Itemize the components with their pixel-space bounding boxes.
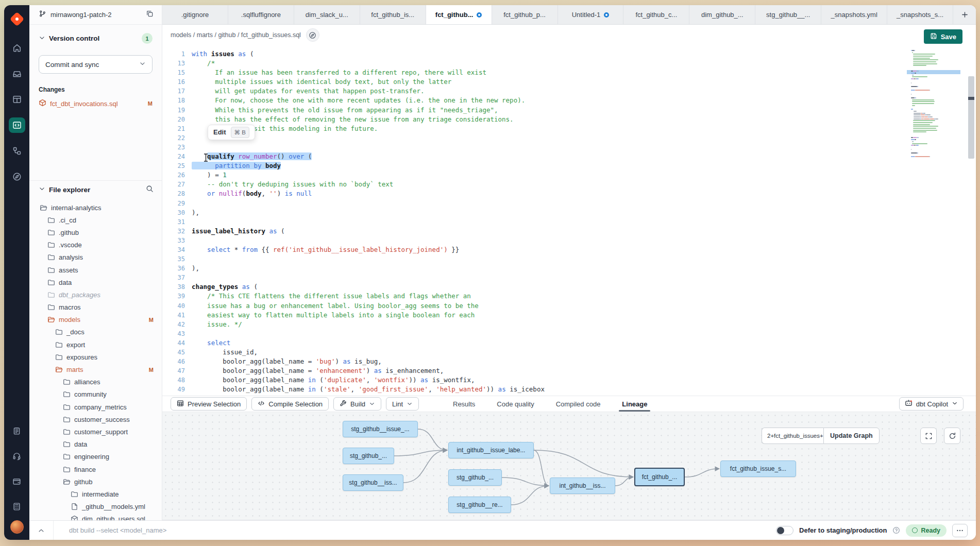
user-avatar[interactable]: [10, 520, 24, 534]
editor-tab-_snapshots_s...[interactable]: _snapshots_s...: [887, 5, 953, 24]
tree-item-data[interactable]: data: [29, 276, 162, 288]
tree-item-customer_support[interactable]: customer_support: [29, 425, 162, 438]
code-line-38[interactable]: 38change_types as (: [162, 282, 899, 292]
code-line-27[interactable]: 27 -- don't try deduping issues with no …: [162, 180, 899, 189]
tree-item-company_metrics[interactable]: company_metrics: [29, 401, 162, 413]
code-line-29[interactable]: 29: [162, 199, 899, 208]
code-line-43[interactable]: 43: [162, 329, 899, 338]
copy-branch-icon[interactable]: [146, 10, 154, 20]
minimap[interactable]: [911, 49, 958, 160]
refresh-icon[interactable]: [944, 428, 960, 444]
tab-compiled-code[interactable]: Compiled code: [556, 396, 601, 412]
tree-item-exposures[interactable]: exposures: [29, 351, 162, 363]
version-control-header[interactable]: Version control 1: [39, 33, 153, 44]
file-explorer-header[interactable]: File explorer: [29, 181, 162, 198]
fork-icon[interactable]: [9, 143, 25, 159]
compile-selection-button[interactable]: Compile Selection: [251, 397, 329, 411]
code-line-46[interactable]: 46 boolor_agg(label_name = 'bug') as is_…: [162, 357, 899, 366]
tree-item-.vscode[interactable]: .vscode: [29, 239, 162, 251]
tree-item-_github__models.yml[interactable]: _github__models.yml: [29, 501, 162, 513]
editor-tab-dim_github_...[interactable]: dim_github_...: [689, 5, 755, 24]
code-line-19[interactable]: 19 While this prevents the old issue fro…: [162, 106, 899, 115]
tree-item-intermediate[interactable]: intermediate: [29, 488, 162, 500]
headset-icon[interactable]: [9, 448, 25, 464]
code-line-49[interactable]: 49 boolor_agg(label_name in ('stale', 'g…: [162, 385, 899, 394]
lineage-node-fct_github_[interactable]: fct_github_...: [634, 468, 685, 486]
lineage-node-stg_github__re[interactable]: stg_github__re...: [448, 497, 511, 513]
code-line-30[interactable]: 30),: [162, 208, 899, 217]
tree-item-internal-analytics[interactable]: internal-analytics: [29, 201, 162, 214]
new-tab-button[interactable]: [953, 5, 976, 24]
code-line-47[interactable]: 47 boolor_agg(label_name = 'enhancement'…: [162, 366, 899, 376]
save-button[interactable]: Save: [924, 29, 962, 44]
tree-item-finance[interactable]: finance: [29, 463, 162, 475]
tree-item-customer_success[interactable]: customer_success: [29, 413, 162, 425]
lineage-selector-input[interactable]: 2+fct_github_issues+2: [762, 428, 823, 444]
tree-item-data[interactable]: data: [29, 438, 162, 451]
editor-tab-fct_github_is...[interactable]: fct_github_is...: [360, 5, 426, 24]
code-lines[interactable]: 1with issues as (13 /*15 If an issue has…: [162, 49, 899, 396]
tree-item-export[interactable]: export: [29, 338, 162, 351]
changed-file-row[interactable]: fct_dbt_invocations.sql M: [39, 98, 153, 109]
code-line-24[interactable]: 24 qualify row_number() over (: [162, 152, 899, 161]
code-line-16[interactable]: 16 multiple issues with identical body t…: [162, 77, 899, 87]
code-line-40[interactable]: 40 issue has a bug or enhancement label.…: [162, 301, 899, 311]
code-line-44[interactable]: 44 select: [162, 338, 899, 348]
update-graph-button[interactable]: Update Graph: [823, 428, 880, 444]
help-circle-icon[interactable]: [892, 526, 900, 534]
commit-and-sync-dropdown[interactable]: Commit and sync: [39, 55, 153, 74]
editor-tab-.gitignore[interactable]: .gitignore: [162, 5, 228, 24]
defer-toggle[interactable]: [776, 526, 793, 535]
code-line-36[interactable]: 36),: [162, 264, 899, 273]
editor-scrollbar[interactable]: [968, 45, 974, 396]
edit-popup[interactable]: Edit ⌘ B: [208, 125, 255, 140]
tree-item-assets[interactable]: assets: [29, 264, 162, 276]
code-line-32[interactable]: 32issue_label_history as (: [162, 227, 899, 236]
branch-header[interactable]: mirnawong1-patch-2: [29, 5, 162, 25]
tab-lineage[interactable]: Lineage: [622, 396, 647, 412]
code-line-17[interactable]: 17 will get updates for events that happ…: [162, 87, 899, 96]
editor-tab-.sqlfluffignore[interactable]: .sqlfluffignore: [228, 5, 294, 24]
calculator-icon[interactable]: [9, 499, 25, 514]
code-line-21[interactable]: 21 Let's revisit this modeling in the fu…: [162, 124, 899, 133]
tab-code-quality[interactable]: Code quality: [497, 396, 534, 412]
search-icon[interactable]: [146, 185, 154, 195]
code-line-1[interactable]: 1with issues as (: [162, 49, 899, 59]
tree-item-analysis[interactable]: analysis: [29, 251, 162, 264]
editor-tab-fct_github_c...[interactable]: fct_github_c...: [623, 5, 689, 24]
code-line-26[interactable]: 26 ) = 1: [162, 170, 899, 180]
code-line-35[interactable]: 35: [162, 254, 899, 264]
scrollbar-thumb[interactable]: [968, 76, 974, 159]
wallet-icon[interactable]: [9, 473, 25, 489]
lineage-node-stg_github__iss[interactable]: stg_github__iss...: [343, 474, 403, 491]
lineage-node-int_github__issue_labe[interactable]: int_github__issue_labe...: [448, 442, 534, 458]
tree-item-dbt_packages[interactable]: dbt_packages: [29, 288, 162, 301]
tree-item-macros[interactable]: macros: [29, 301, 162, 314]
code-line-45[interactable]: 45 issue_id,: [162, 348, 899, 357]
more-options-button[interactable]: [952, 524, 968, 537]
code-line-18[interactable]: 18 For now, choose the one with more rec…: [162, 96, 899, 105]
tree-item-github[interactable]: github: [29, 475, 162, 488]
editor-tab-fct_github_p...[interactable]: fct_github_p...: [492, 5, 558, 24]
open-docs-compass-icon[interactable]: [306, 28, 319, 42]
code-line-33[interactable]: 33: [162, 236, 899, 245]
tree-item-alliances[interactable]: alliances: [29, 376, 162, 388]
code-line-34[interactable]: 34 select * from {{ ref('int_github__iss…: [162, 245, 899, 254]
code-line-31[interactable]: 31: [162, 217, 899, 227]
expand-command-bar-icon[interactable]: [29, 527, 53, 534]
code-line-39[interactable]: 39 /* This CTE flattens the different is…: [162, 292, 899, 301]
editor-tab-_snapshots.yml[interactable]: _snapshots.yml: [821, 5, 887, 24]
tab-results[interactable]: Results: [453, 396, 475, 412]
build-button[interactable]: Build: [333, 397, 381, 411]
tree-item-community[interactable]: community: [29, 388, 162, 401]
code-line-20[interactable]: 20 this has the effect of removing the n…: [162, 115, 899, 124]
editor-tab-dim_slack_u...[interactable]: dim_slack_u...: [294, 5, 360, 24]
tree-item-.ci_cd[interactable]: .ci_cd: [29, 214, 162, 226]
tree-item-engineering[interactable]: engineering: [29, 451, 162, 463]
home-icon[interactable]: [9, 40, 25, 56]
lineage-node-fct_github_issue_s[interactable]: fct_github_issue_s...: [720, 460, 796, 477]
codewin-icon[interactable]: [9, 117, 25, 133]
editor-tab-stg_github__...[interactable]: stg_github__...: [755, 5, 821, 24]
code-line-48[interactable]: 48 boolor_agg(label_name in ('duplicate'…: [162, 376, 899, 385]
editor-tab-fct_github...[interactable]: fct_github...: [426, 5, 492, 24]
